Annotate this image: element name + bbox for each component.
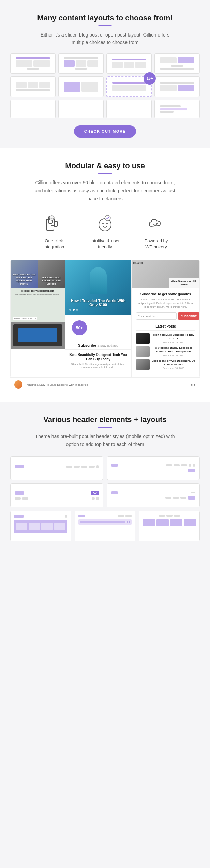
hc-btn-2 <box>188 496 195 500</box>
hc-nav-10 <box>165 497 171 499</box>
demo-travel-hero: How I Traveled The World With Only $100 <box>65 260 131 315</box>
demo-recipe-desc: The Mediterranean diet helps with brain … <box>13 293 63 296</box>
lc-row <box>16 60 50 67</box>
hc-nav-5 <box>166 464 172 466</box>
post-meta-2: September 20, 2016 <box>152 354 195 357</box>
lc-block <box>16 82 27 88</box>
hc-row-4 <box>111 491 195 494</box>
hc-nav-11 <box>173 497 179 499</box>
demo-previews: Smart Watches That Will Keep You Against… <box>10 260 200 378</box>
lc-row <box>64 60 98 67</box>
lc-block <box>64 60 75 67</box>
hcl-search-bar <box>80 521 126 523</box>
svg-point-8 <box>106 223 108 224</box>
hc-row-lg-2 <box>78 515 132 517</box>
travel-dots <box>69 309 78 311</box>
lc-bar <box>160 82 194 84</box>
feature-click-integration: click One clickintegration <box>32 213 76 250</box>
next-page-icon[interactable]: ▶ <box>194 383 196 386</box>
hc-tab-4 <box>184 519 196 526</box>
hc-logo-2 <box>111 464 118 467</box>
post-item-2: Is Vlogging Back? Looseless Sound In Ret… <box>136 346 195 357</box>
svg-text:click: click <box>49 217 54 220</box>
header-card-3: AD <box>10 483 103 507</box>
prev-page-icon[interactable]: ◀ <box>190 383 192 386</box>
hcl-search <box>78 519 132 525</box>
modular-section: Modular & easy to use Gillion offers you… <box>0 148 210 402</box>
hcl-block-1 <box>14 520 68 533</box>
hc-row-2b <box>111 469 195 472</box>
section1-title: Many content layouts to choose from! <box>10 14 200 23</box>
hc-nav-7 <box>181 464 187 466</box>
layout-card-6 <box>58 76 104 97</box>
layout-card-3 <box>106 53 152 74</box>
lc-bar <box>160 105 181 107</box>
subscribe-button[interactable]: SUBSCRIBE <box>178 312 199 320</box>
hc-nav-16 <box>166 515 172 517</box>
demo-recipe-title: Recipe: Tasty Mediterranean <box>13 290 63 292</box>
post-thumb-3 <box>136 359 150 370</box>
hc-nav-2 <box>74 466 80 468</box>
arch-caption: White Stairway. Archite marvel! <box>169 278 199 287</box>
demo-laptop <box>11 322 65 349</box>
post-meta-3: September 18, 2016 <box>152 367 195 370</box>
post-info-1: Tech You Must Consider To Buy In 2017 Se… <box>152 333 195 344</box>
post-info-3: Best Tech For Web Designers, Do Brands M… <box>152 359 195 370</box>
header-card-4 <box>107 483 200 507</box>
layouts-grid-bottom <box>10 100 200 118</box>
feature-wpbakery-label: Powered byWP bakery <box>145 238 168 250</box>
subscribe-title: Subscribe to get some goodies <box>136 292 195 296</box>
hc-icon-5 <box>96 497 99 500</box>
header-card-1 <box>10 456 103 480</box>
hc-logo-3 <box>15 491 24 495</box>
section2-divider <box>98 173 112 174</box>
hc-icon-4 <box>92 497 95 500</box>
layout-card-alt-1 <box>10 100 56 118</box>
lc-bar <box>160 111 174 113</box>
hcl-search-icon <box>127 521 130 523</box>
hc-ad-badge: AD <box>91 491 99 495</box>
footer-pagination: ◀ ▶ <box>190 383 196 386</box>
lc-block <box>16 60 32 67</box>
post-item-1: Tech You Must Consider To Buy In 2017 Se… <box>136 333 195 344</box>
subscribe-panel: Subscribe to get some goodies Lorem ipsu… <box>132 288 199 377</box>
lc-block <box>76 60 87 67</box>
demo-right-col: White Stairway. Archite marvel! SIMPLE S… <box>131 260 199 377</box>
svg-point-9 <box>105 215 110 221</box>
dot-1 <box>69 309 71 311</box>
post-thumb-1 <box>136 333 150 344</box>
feature-click-label: One clickintegration <box>44 238 64 250</box>
hc-btn-1 <box>188 469 195 472</box>
subscribe-subheader: & Stay updated <box>97 344 118 347</box>
lc-row <box>16 82 50 88</box>
hc-line-1 <box>15 471 99 471</box>
lc-small <box>27 68 39 70</box>
layouts-grid-top <box>10 53 200 74</box>
laptop-inner <box>13 324 62 346</box>
lc-small <box>75 68 87 70</box>
checkout-more-button[interactable]: CHECK OUT MORE <box>74 125 136 138</box>
demo-title-1: Smart Watches That Will Keep You Against… <box>13 273 36 285</box>
hc-icon-3 <box>193 464 195 467</box>
hc-icon-6 <box>65 515 68 518</box>
hc-nav-4 <box>89 466 95 468</box>
hc-logo-5 <box>14 515 24 518</box>
subscribe-preview-header: Subscribe & Stay updated <box>65 341 131 350</box>
footer-bar: Trending & Easy To Make Desserts With @b… <box>10 377 200 391</box>
hc-nav-13 <box>118 515 124 517</box>
lc-small <box>171 65 183 67</box>
hc-row-lg-3 <box>142 515 196 517</box>
layout-card-4 <box>154 53 200 74</box>
click-icon: click <box>43 213 65 234</box>
article-excerpt: Sit amet elit. Curabitur egestas aliquet… <box>69 363 128 370</box>
badge-50-row: 50+ <box>65 315 131 341</box>
hc-tab-1 <box>142 519 155 526</box>
hc-nav-6 <box>174 464 180 466</box>
hc-row-3: AD <box>15 491 99 495</box>
lc-block <box>112 62 123 68</box>
lc-block <box>178 57 194 63</box>
subscribe-email-input[interactable] <box>136 312 177 320</box>
lc-block <box>39 82 50 88</box>
lc-bar <box>16 57 50 59</box>
hc-logo-6 <box>78 515 85 517</box>
